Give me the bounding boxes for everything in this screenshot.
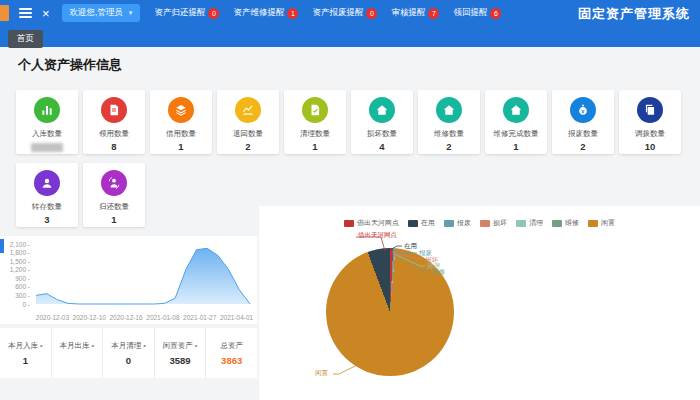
- legend-item[interactable]: 损坏: [480, 218, 507, 228]
- y-tick-label: 1,800 -: [0, 249, 30, 256]
- legend-item[interactable]: 借出天河网点: [344, 218, 399, 228]
- x-axis-ticks: 2020-12-032020-12-102020-12-162021-01-08…: [34, 314, 255, 321]
- stat-card[interactable]: 报废数量2: [552, 90, 614, 154]
- legend-color-chip: [408, 220, 418, 227]
- stat-card-label: 清理数量: [300, 129, 330, 139]
- nav-reminder-label: 领回提醒: [453, 7, 487, 19]
- copy-icon: [637, 97, 663, 123]
- legend-item[interactable]: 清理: [516, 218, 543, 228]
- asset-status-pie-panel: 借出天河网点在用报废损坏清理维修闲置 借出天河网点在用报废损坏清理维修闲置: [259, 206, 700, 400]
- stat-card[interactable]: 清理数量1: [284, 90, 346, 154]
- y-tick-label: 1,200 -: [0, 266, 30, 273]
- stat-card[interactable]: 入库数量: [16, 90, 78, 154]
- nav-reminder-label: 资产归还提醒: [154, 7, 205, 19]
- left-edge-handle[interactable]: [0, 239, 4, 253]
- stat-card-value: 8: [111, 141, 116, 152]
- y-tick-label: 900 -: [0, 275, 30, 282]
- redacted-value: [31, 143, 63, 152]
- nav-reminder-item[interactable]: 资产报废提醒0: [312, 7, 377, 19]
- user-welcome-dropdown[interactable]: 欢迎您,管理员 ▾: [62, 4, 141, 22]
- summary-stat-value: 3863: [221, 355, 242, 366]
- summary-stat-value: 1: [23, 355, 28, 366]
- legend-color-chip: [444, 220, 454, 227]
- pie-callout-label: 在用: [404, 242, 417, 251]
- summary-stat-label: 本月清理•: [111, 341, 146, 351]
- stat-card-label: 调拨数量: [635, 129, 665, 139]
- stat-card-label: 报废数量: [568, 129, 598, 139]
- money-bag-icon: [570, 97, 596, 123]
- stat-card-value: 2: [245, 141, 250, 152]
- nav-reminder-item[interactable]: 审核提醒7: [391, 7, 439, 19]
- x-tick-label: 2021-01-27: [183, 314, 216, 321]
- stat-card-value: 1: [513, 141, 518, 152]
- stat-card-label: 入库数量: [32, 129, 62, 139]
- stat-card[interactable]: 归还数量1: [83, 163, 145, 227]
- document-icon: [101, 97, 127, 123]
- stat-card-label: 领用数量: [99, 129, 129, 139]
- stat-card-value: 10: [645, 141, 656, 152]
- stat-card[interactable]: 转存数量3: [16, 163, 78, 227]
- welcome-label: 欢迎您,管理员: [70, 7, 123, 19]
- layers-icon: [168, 97, 194, 123]
- stat-card-value: 3: [44, 214, 49, 225]
- tab-home[interactable]: 首页: [8, 30, 43, 48]
- notification-badge: 6: [490, 8, 501, 19]
- x-tick-label: 2020-12-03: [36, 314, 69, 321]
- legend-color-chip: [516, 220, 526, 227]
- stat-card[interactable]: 借用数量1: [150, 90, 212, 154]
- legend-label: 报废: [457, 218, 471, 228]
- summary-stat-value: 0: [126, 355, 131, 366]
- summary-stat-label: 闲置资产•: [163, 341, 198, 351]
- stat-card[interactable]: 损坏数量4: [351, 90, 413, 154]
- legend-item[interactable]: 闲置: [588, 218, 615, 228]
- nav-reminder-item[interactable]: 领回提醒6: [453, 7, 501, 19]
- summary-stat-value: 3589: [170, 355, 191, 366]
- page-title: 个人资产操作信息: [18, 56, 122, 74]
- home-icon: [436, 97, 462, 123]
- summary-stat-label: 本月出库•: [60, 341, 95, 351]
- top-navbar: × 欢迎您,管理员 ▾ 资产归还提醒0资产维修提醒1资产报废提醒0审核提醒7领回…: [0, 0, 700, 26]
- legend-label: 清理: [529, 218, 543, 228]
- stat-card[interactable]: 维修数量2: [418, 90, 480, 154]
- stat-card[interactable]: 调拨数量10: [619, 90, 681, 154]
- nav-reminder-item[interactable]: 资产归还提醒0: [154, 7, 219, 19]
- pie-callout-label: 借出天河网点: [358, 231, 397, 240]
- stat-card[interactable]: 退回数量2: [217, 90, 279, 154]
- legend-item[interactable]: 在用: [408, 218, 435, 228]
- stat-card-label: 维修数量: [434, 129, 464, 139]
- stat-card-label: 归还数量: [99, 202, 129, 212]
- hamburger-menu-icon[interactable]: [19, 6, 32, 20]
- bullet-dot-icon: •: [40, 341, 43, 350]
- nav-reminder-label: 审核提醒: [391, 7, 425, 19]
- bullet-dot-icon: •: [92, 341, 95, 350]
- legend-label: 在用: [421, 218, 435, 228]
- notification-badge: 0: [366, 8, 377, 19]
- legend-color-chip: [480, 220, 490, 227]
- x-tick-label: 2020-12-16: [109, 314, 142, 321]
- home-icon: [369, 97, 395, 123]
- summary-stat: 本月入库•1: [0, 328, 52, 378]
- x-tick-label: 2021-01-08: [146, 314, 179, 321]
- stat-card-value: 2: [580, 141, 585, 152]
- close-icon[interactable]: ×: [42, 7, 50, 20]
- x-tick-label: 2020-12-10: [73, 314, 106, 321]
- legend-item[interactable]: 报废: [444, 218, 471, 228]
- stat-card-value: 1: [312, 141, 317, 152]
- legend-color-chip: [552, 220, 562, 227]
- bullet-dot-icon: •: [195, 341, 198, 350]
- area-chart: [0, 236, 257, 324]
- stat-card[interactable]: 领用数量8: [83, 90, 145, 154]
- bar-chart-icon: [34, 97, 60, 123]
- home-icon: [503, 97, 529, 123]
- nav-reminder-item[interactable]: 资产维修提醒1: [233, 7, 298, 19]
- nav-reminder-label: 资产维修提醒: [233, 7, 284, 19]
- summary-stat: 本月出库•: [52, 328, 104, 378]
- stat-card-label: 借用数量: [166, 129, 196, 139]
- stat-cards-row-2: 转存数量3归还数量1: [16, 163, 145, 227]
- summary-stat: 闲置资产•3589: [155, 328, 207, 378]
- legend-item[interactable]: 维修: [552, 218, 579, 228]
- summary-stat-label: 本月入库•: [8, 341, 43, 351]
- user-icon: [34, 170, 60, 196]
- pie-legend: 借出天河网点在用报废损坏清理维修闲置: [259, 218, 700, 228]
- stat-card[interactable]: 维修完成数量1: [485, 90, 547, 154]
